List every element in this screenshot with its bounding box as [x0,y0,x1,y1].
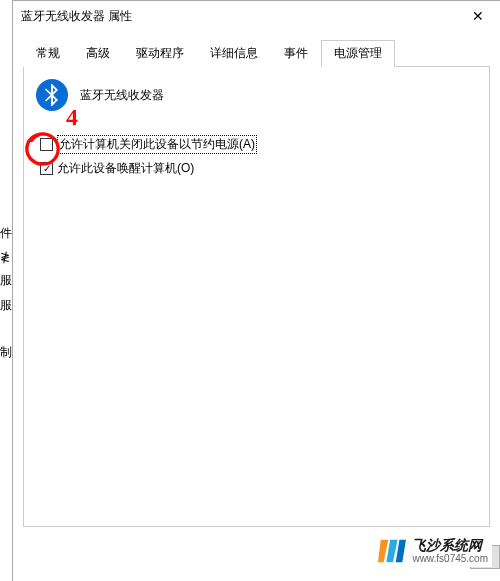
tab-general[interactable]: 常规 [23,40,73,67]
watermark-title: 飞沙系统网 [412,538,488,553]
checkbox-allow-turn-off[interactable] [40,138,53,151]
properties-dialog: 蓝牙无线收发器 属性 ✕ 常规 高级 驱动程序 详细信息 事件 电源管理 蓝牙无… [12,0,500,581]
close-icon: ✕ [472,8,484,24]
close-button[interactable]: ✕ [455,1,500,31]
watermark-logo-icon [378,537,406,565]
tab-details[interactable]: 详细信息 [197,40,271,67]
tab-panel-power: 蓝牙无线收发器 允许计算机关闭此设备以节约电源(A) 允许此设备唤醒计算机(O) [23,67,490,527]
tab-driver[interactable]: 驱动程序 [123,40,197,67]
tab-strip: 常规 高级 驱动程序 详细信息 事件 电源管理 [23,39,490,67]
cropped-side-text: 件 ≹ 服 服 制 [0,225,12,361]
option-allow-wake: 允许此设备唤醒计算机(O) [40,160,477,177]
watermark-url: www.fs0745.com [412,553,488,564]
bluetooth-icon [36,79,68,111]
tab-advanced[interactable]: 高级 [73,40,123,67]
titlebar: 蓝牙无线收发器 属性 ✕ [13,1,500,31]
checkbox-allow-wake[interactable] [40,162,53,175]
watermark: 飞沙系统网 www.fs0745.com [374,535,492,567]
dialog-content: 常规 高级 驱动程序 详细信息 事件 电源管理 蓝牙无线收发器 允许计算机关闭此… [13,31,500,535]
tab-events[interactable]: 事件 [271,40,321,67]
label-allow-wake: 允许此设备唤醒计算机(O) [57,160,194,177]
device-header: 蓝牙无线收发器 [36,79,477,111]
device-name: 蓝牙无线收发器 [80,87,164,104]
option-allow-turn-off: 允许计算机关闭此设备以节约电源(A) [40,135,477,154]
annotation-number: 4 [66,104,78,131]
label-allow-turn-off: 允许计算机关闭此设备以节约电源(A) [57,135,257,154]
window-title: 蓝牙无线收发器 属性 [21,8,132,25]
tab-power-management[interactable]: 电源管理 [321,40,395,67]
